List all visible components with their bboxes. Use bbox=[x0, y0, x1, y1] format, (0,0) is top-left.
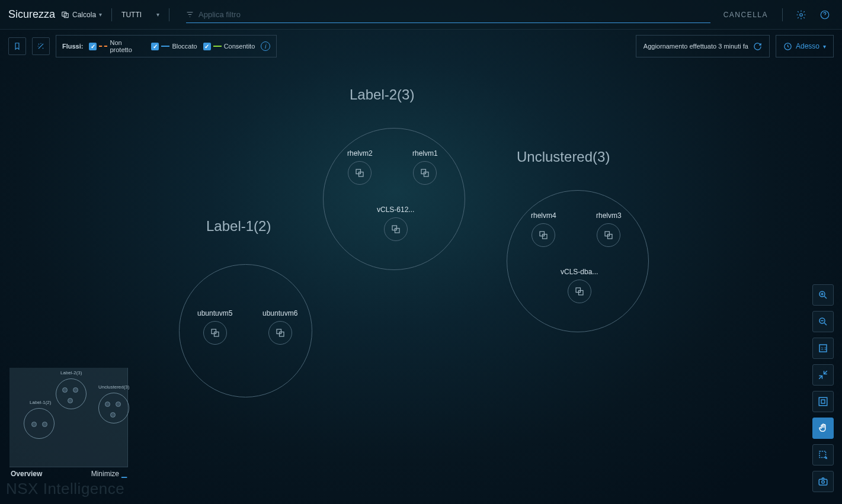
collapse-icon bbox=[818, 370, 828, 380]
mini-title-l1: Label-1(2) bbox=[30, 400, 51, 405]
vm-node[interactable]: rhelvm3 bbox=[596, 211, 622, 247]
svg-text:1:1: 1:1 bbox=[821, 346, 827, 351]
help-icon bbox=[819, 9, 830, 20]
refresh-button[interactable] bbox=[753, 42, 762, 51]
flow-blocked: ✓ Bloccato bbox=[151, 43, 197, 50]
separator bbox=[169, 8, 169, 21]
mini-cluster-l2 bbox=[56, 378, 87, 409]
svg-rect-11 bbox=[540, 232, 545, 236]
cluster-title-label1: Label-1(2) bbox=[206, 218, 271, 235]
mini-title-u: Unclustered(3) bbox=[98, 384, 129, 390]
vm-node[interactable]: rhelvm4 bbox=[531, 211, 556, 247]
mini-title-l2: Label-2(3) bbox=[60, 370, 82, 375]
vm-label: ubuntuvm5 bbox=[197, 309, 232, 317]
chevron-down-icon: ▾ bbox=[99, 11, 102, 18]
bookmark-icon bbox=[13, 42, 21, 50]
zoom-out-icon bbox=[818, 316, 828, 327]
page-title: Sicurezza bbox=[8, 8, 55, 21]
filter-input[interactable] bbox=[197, 9, 710, 20]
svg-rect-16 bbox=[578, 291, 583, 296]
separator bbox=[111, 8, 112, 21]
svg-rect-26 bbox=[821, 400, 825, 403]
ratio-icon: 1:1 bbox=[818, 343, 828, 354]
vm-icon bbox=[275, 328, 286, 338]
scope-label: TUTTI bbox=[121, 11, 142, 19]
cluster-title-label2: Label-2(3) bbox=[350, 86, 414, 103]
vm-node[interactable]: rhelvm1 bbox=[412, 149, 438, 185]
vm-icon bbox=[390, 224, 401, 235]
cluster-unclustered[interactable]: rhelvm4 rhelvm3 vCLS-dba... bbox=[507, 190, 649, 332]
vm-node[interactable]: ubuntuvm5 bbox=[197, 309, 232, 345]
vm-node[interactable]: vCLS-612... bbox=[377, 206, 414, 241]
vm-icon bbox=[603, 230, 614, 240]
cluster-label2[interactable]: rhelvm2 rhelvm1 vCLS-612... bbox=[323, 128, 465, 270]
zoom-reset-button[interactable]: 1:1 bbox=[812, 338, 834, 359]
clock-icon bbox=[783, 42, 792, 51]
vm-label: rhelvm2 bbox=[347, 149, 373, 158]
scope-dropdown[interactable]: TUTTI ▾ bbox=[121, 11, 159, 19]
select-icon bbox=[818, 450, 828, 460]
zoom-in-button[interactable] bbox=[812, 284, 834, 306]
vm-label: rhelvm1 bbox=[412, 149, 438, 158]
vm-icon bbox=[210, 328, 220, 338]
select-button[interactable] bbox=[812, 444, 834, 466]
svg-rect-14 bbox=[608, 235, 613, 239]
compute-dropdown[interactable]: Calcola ▾ bbox=[61, 11, 102, 19]
camera-icon bbox=[818, 476, 828, 487]
wand-button[interactable] bbox=[32, 37, 50, 55]
vm-icon bbox=[354, 168, 365, 178]
swatch-orange-dash bbox=[99, 46, 107, 47]
compute-icon bbox=[61, 11, 69, 19]
vm-label: rhelvm4 bbox=[531, 211, 556, 220]
overview-footer: Overview Minimize ▁ bbox=[9, 467, 128, 480]
fit-button[interactable] bbox=[812, 391, 834, 412]
bookmark-button[interactable] bbox=[8, 37, 26, 55]
svg-point-29 bbox=[822, 481, 825, 484]
checkbox-unprotected[interactable]: ✓ bbox=[89, 43, 97, 50]
compute-label: Calcola bbox=[72, 11, 96, 19]
vm-node[interactable]: rhelvm2 bbox=[347, 149, 373, 185]
time-now-dropdown[interactable]: Adesso ▾ bbox=[776, 35, 834, 57]
snapshot-button[interactable] bbox=[812, 471, 834, 492]
svg-rect-12 bbox=[543, 235, 548, 239]
overview-minimize-button[interactable]: Minimize ▁ bbox=[91, 470, 127, 478]
filter-icon bbox=[186, 11, 194, 18]
settings-button[interactable] bbox=[792, 6, 810, 24]
brand-watermark: NSX Intelligence bbox=[6, 480, 124, 498]
svg-rect-5 bbox=[356, 169, 361, 174]
minimize-label: Minimize bbox=[91, 470, 119, 478]
help-button[interactable] bbox=[816, 6, 834, 24]
vm-node[interactable]: vCLS-dba... bbox=[561, 268, 598, 303]
zoom-out-button[interactable] bbox=[812, 311, 834, 332]
cancel-button[interactable]: CANCELLA bbox=[723, 11, 768, 19]
flow-blocked-label: Bloccato bbox=[172, 43, 197, 50]
svg-rect-19 bbox=[277, 329, 281, 334]
collapse-button[interactable] bbox=[812, 364, 834, 386]
mini-cluster-l1 bbox=[24, 408, 55, 439]
zoom-toolbar: 1:1 bbox=[812, 284, 834, 492]
svg-rect-28 bbox=[819, 479, 827, 485]
vm-icon bbox=[420, 168, 430, 178]
checkbox-blocked[interactable]: ✓ bbox=[151, 43, 159, 50]
chevron-down-icon: ▾ bbox=[156, 11, 159, 18]
checkbox-allowed[interactable]: ✓ bbox=[203, 43, 211, 50]
vm-label: rhelvm3 bbox=[596, 211, 622, 220]
info-icon[interactable]: i bbox=[261, 41, 270, 51]
svg-rect-8 bbox=[424, 172, 429, 177]
overview-minimap[interactable]: Label-2(3) Unclustered(3) Label-1(2) bbox=[9, 368, 128, 467]
swatch-green bbox=[213, 46, 222, 47]
fit-icon bbox=[818, 396, 828, 407]
pan-button[interactable] bbox=[812, 418, 834, 439]
gear-icon bbox=[796, 9, 806, 20]
svg-rect-18 bbox=[214, 332, 219, 337]
vm-icon bbox=[574, 286, 585, 297]
overview-title: Overview bbox=[11, 470, 42, 478]
flow-unprotected: ✓ Non protetto bbox=[89, 39, 145, 53]
svg-rect-9 bbox=[392, 226, 397, 230]
cluster-label1[interactable]: ubuntuvm5 ubuntuvm6 bbox=[179, 264, 312, 397]
now-label: Adesso bbox=[796, 42, 819, 50]
vm-node[interactable]: ubuntuvm6 bbox=[262, 309, 297, 345]
flow-allowed-label: Consentito bbox=[224, 43, 255, 50]
topbar: Sicurezza Calcola ▾ TUTTI ▾ CANCELLA bbox=[0, 0, 842, 30]
hand-icon bbox=[818, 423, 828, 434]
